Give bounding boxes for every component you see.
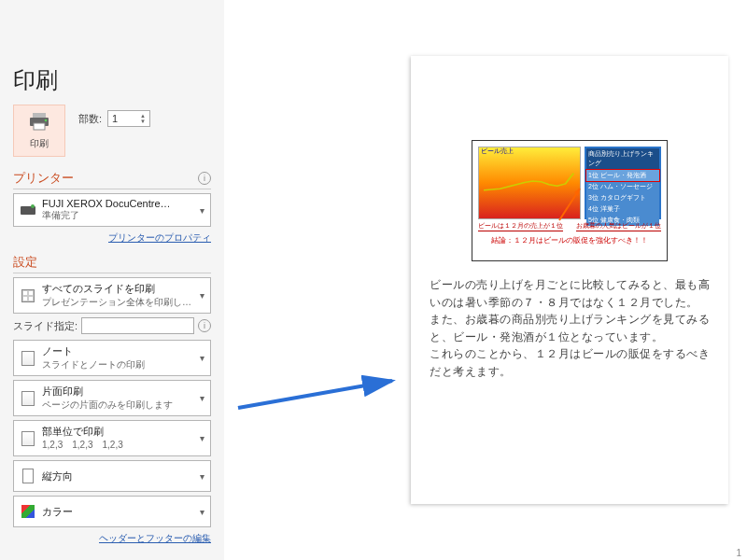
chart-caption: ビールは１２月の売上が１位 — [478, 221, 563, 231]
print-range-sub: プレゼンテーション全体を印刷し… — [42, 296, 194, 309]
arrow-annotation-icon — [556, 185, 584, 222]
ranking-row: 2位 ハム・ソーセージ — [586, 181, 659, 192]
copies-label: 部数: — [78, 112, 102, 126]
layout-dropdown[interactable]: ノート スライドとノートの印刷 ▾ — [13, 340, 211, 376]
oneside-icon — [20, 391, 36, 406]
printer-status: 準備完了 — [42, 209, 194, 222]
spinner-arrows-icon[interactable]: ▲▼ — [140, 113, 146, 124]
oneside-dropdown[interactable]: 片面印刷 ページの片面のみを印刷します ▾ — [13, 380, 211, 416]
page-number: 1 — [736, 548, 741, 558]
slide-thumbnail: ビール売上 商品別売り上げランキング 1位 ビール — [472, 140, 668, 261]
printer-name: FUJI XEROX DocuCentre… — [42, 198, 194, 209]
svg-line-6 — [238, 381, 392, 408]
print-backstage: 印刷 印刷 部数: 1 ▲▼ プリンター i — [0, 0, 747, 560]
print-settings-panel: 印刷 印刷 部数: 1 ▲▼ プリンター i — [0, 0, 224, 560]
slide-spec-row: スライド指定: i — [13, 317, 211, 334]
portrait-icon — [20, 469, 36, 483]
print-button-label: 印刷 — [30, 137, 49, 150]
info-icon[interactable]: i — [198, 172, 211, 185]
blue-arrow-annotation-icon — [233, 375, 402, 413]
color-icon — [20, 505, 36, 518]
print-preview-pane: ビール売上 商品別売り上げランキング 1位 ビール — [224, 0, 747, 560]
ranking-row: 1位 ビール・発泡酒 — [586, 170, 659, 181]
svg-point-3 — [45, 119, 48, 121]
slide-spec-label: スライド指定: — [13, 319, 78, 333]
section-header-settings-label: 設定 — [13, 254, 37, 271]
printer-status-icon — [20, 203, 36, 217]
copies-spinner[interactable]: 1 ▲▼ — [107, 110, 150, 127]
ranking-table: 商品別売り上げランキング 1位 ビール・発泡酒2位 ハム・ソーセージ3位 カタロ… — [585, 147, 661, 219]
chevron-down-icon: ▾ — [200, 393, 204, 403]
print-range-dropdown[interactable]: すべてのスライドを印刷 プレゼンテーション全体を印刷し… ▾ — [13, 277, 211, 314]
print-top-row: 印刷 部数: 1 ▲▼ — [13, 105, 211, 157]
layout-sub: スライドとノートの印刷 — [42, 358, 194, 371]
chevron-down-icon: ▾ — [200, 507, 204, 517]
header-footer-link[interactable]: ヘッダーとフッターの編集 — [99, 533, 211, 543]
layout-title: ノート — [42, 344, 194, 358]
speaker-notes: ビールの売り上げを月ごとに比較してみると、最も高いのは暑い季節の７・８月ではなく… — [430, 276, 710, 381]
ranking-header: 商品別売り上げランキング — [586, 148, 659, 169]
ranking-row: 3位 カタログギフト — [586, 192, 659, 203]
copies-value: 1 — [112, 113, 118, 124]
printer-dropdown[interactable]: FUJI XEROX DocuCentre… 準備完了 ▾ — [13, 193, 211, 227]
chevron-down-icon: ▾ — [200, 471, 204, 482]
print-button[interactable]: 印刷 — [13, 105, 65, 157]
preview-page: ビール売上 商品別売り上げランキング 1位 ビール — [411, 56, 728, 504]
oneside-title: 片面印刷 — [42, 385, 194, 399]
print-range-title: すべてのスライドを印刷 — [42, 282, 194, 296]
printer-icon — [29, 112, 49, 135]
chevron-down-icon: ▾ — [200, 290, 204, 301]
chevron-down-icon: ▾ — [200, 433, 204, 443]
chevron-down-icon: ▾ — [200, 353, 204, 363]
collate-title: 部単位で印刷 — [42, 425, 194, 439]
chart-title: ビール売上 — [481, 147, 514, 156]
collate-icon — [20, 431, 36, 446]
ranking-caption: お歳暮の人気はビールが１位 — [576, 221, 661, 231]
copies-control: 部数: 1 ▲▼ — [78, 110, 150, 127]
section-header-printer-label: プリンター — [13, 170, 74, 187]
orientation-title: 縦方向 — [42, 469, 194, 483]
chevron-down-icon: ▾ — [200, 205, 204, 216]
svg-rect-0 — [33, 113, 46, 118]
section-header-settings: 設定 — [13, 254, 211, 273]
slide-spec-input[interactable] — [81, 317, 194, 334]
slides-all-icon — [20, 289, 36, 302]
color-title: カラー — [42, 505, 194, 519]
slide-conclusion: 結論：１２月はビールの販促を強化すべき！！ — [478, 235, 661, 245]
section-header-printer: プリンター i — [13, 170, 211, 189]
orientation-dropdown[interactable]: 縦方向 ▾ — [13, 460, 211, 492]
collate-dropdown[interactable]: 部単位で印刷 1,2,3 1,2,3 1,2,3 ▾ — [13, 420, 211, 456]
svg-rect-2 — [34, 123, 45, 130]
info-icon[interactable]: i — [198, 319, 211, 332]
color-dropdown[interactable]: カラー ▾ — [13, 496, 211, 527]
notes-layout-icon — [20, 351, 36, 366]
printer-properties-link[interactable]: プリンターのプロパティ — [108, 232, 211, 243]
ranking-row: 4位 洋菓子 — [586, 203, 659, 215]
chart-beer-sales: ビール売上 — [478, 147, 581, 219]
collate-sub: 1,2,3 1,2,3 1,2,3 — [42, 439, 194, 452]
oneside-sub: ページの片面のみを印刷します — [42, 399, 194, 412]
page-title: 印刷 — [13, 65, 211, 95]
